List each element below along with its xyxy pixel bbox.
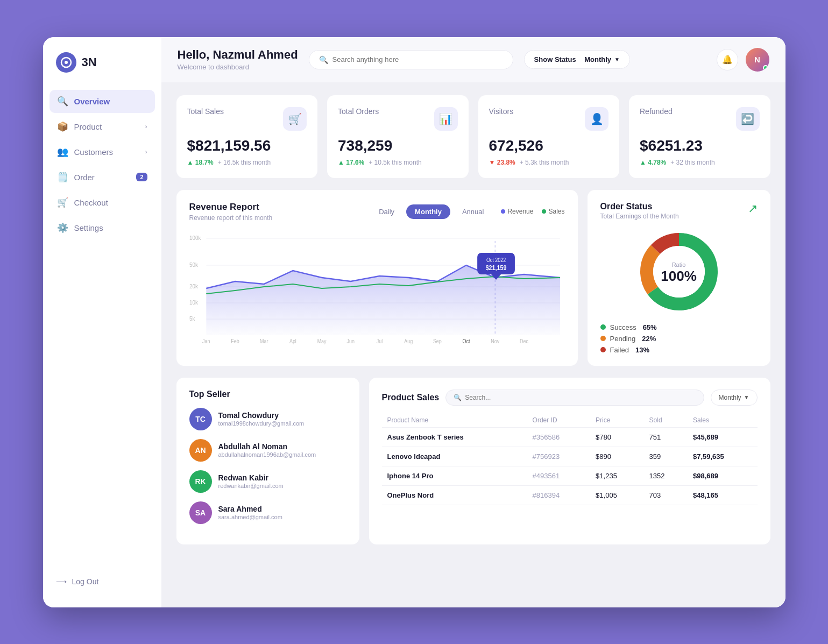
legend-dot <box>600 324 606 330</box>
show-status-dropdown[interactable]: Show Status Monthly ▼ <box>524 50 630 69</box>
seller-item: RK Redwan Kabir redwankabir@gmail.com <box>189 470 346 493</box>
top-seller-card: Top Seller TC Tomal Chowdury tomal1998ch… <box>176 378 359 544</box>
sidebar-item-settings[interactable]: ⚙️ Settings <box>49 216 155 239</box>
notification-button[interactable]: 🔔 <box>717 49 738 70</box>
legend-sales: Sales <box>548 208 564 215</box>
nav-item-label: Settings <box>74 223 103 232</box>
avatar[interactable]: N <box>746 48 769 72</box>
legend-item-pending: Pending 22% <box>600 335 758 343</box>
search-icon: 🔍 <box>319 55 328 64</box>
seller-email: sara.ahmed@gmail.com <box>218 514 282 520</box>
table-header: Sold <box>644 413 688 428</box>
table-body: Asus Zenbook T series #356586 $780 751 $… <box>382 427 758 505</box>
sidebar-item-overview[interactable]: 🔍 Overview <box>49 90 155 113</box>
donut-chart: Ratio 100% <box>600 229 758 317</box>
revenue-subtitle: Revenue report of this month <box>189 214 273 222</box>
legend-pct: 65% <box>643 323 657 331</box>
svg-text:Oct: Oct <box>462 338 470 344</box>
header-actions: 🔔 N <box>717 48 769 72</box>
seller-name: Abdullah Al Noman <box>218 442 316 451</box>
chart-tabs: Daily Monthly Annual <box>370 204 492 219</box>
table-header: Order ID <box>527 413 591 428</box>
customers-icon: 👥 <box>57 146 68 158</box>
nav-item-label: Checkout <box>74 198 108 207</box>
avatar-initials: N <box>754 55 760 64</box>
ps-monthly-label: Monthly <box>719 394 741 401</box>
svg-text:10k: 10k <box>189 299 199 306</box>
logo-icon <box>56 52 76 73</box>
seller-item: TC Tomal Chowdury tomal1998chowdury@gmai… <box>189 408 346 430</box>
table-row: Iphone 14 Pro #493561 $1,235 1352 $98,68… <box>382 466 758 485</box>
revenue-chart: 100k 50k 20k 10k 5k <box>189 230 565 349</box>
logout-button[interactable]: ⟶ Log Out <box>43 569 161 595</box>
stat-label: Total Sales <box>187 107 224 116</box>
sold: 703 <box>644 485 688 505</box>
overview-icon: 🔍 <box>57 96 68 107</box>
tab-annual[interactable]: Annual <box>454 204 492 219</box>
tab-monthly[interactable]: Monthly <box>406 204 450 219</box>
online-indicator <box>763 65 768 70</box>
seller-avatar: SA <box>189 501 212 524</box>
svg-text:Aug: Aug <box>404 338 413 344</box>
table-header-row: Product NameOrder IDPriceSoldSales <box>382 413 758 428</box>
seller-info: Redwan Kabir redwankabir@gmail.com <box>218 473 284 489</box>
svg-text:Jun: Jun <box>346 338 354 344</box>
ratio-value: 100% <box>661 267 697 284</box>
legend-label: Pending <box>610 335 636 343</box>
main-content: Hello, Nazmul Ahmed Welcome to dashboard… <box>161 37 785 607</box>
stats-grid: Total Sales 🛒 $821,159.56 ▲ 18.7% + 16.5… <box>176 95 770 178</box>
ps-monthly-dropdown[interactable]: Monthly ▼ <box>711 390 758 406</box>
nav-item-label: Customers <box>74 147 114 157</box>
price: $1,235 <box>590 466 643 485</box>
seller-name: Tomal Chowdury <box>218 411 305 420</box>
product-icon: 📦 <box>57 121 68 132</box>
bottom-row: Top Seller TC Tomal Chowdury tomal1998ch… <box>176 378 770 544</box>
legend-revenue: Revenue <box>507 208 533 215</box>
order-id: #756923 <box>527 447 591 466</box>
search-box[interactable]: 🔍 <box>309 50 513 69</box>
legend-pct: 22% <box>642 335 656 343</box>
sidebar-item-customers[interactable]: 👥 Customers › <box>49 140 155 164</box>
trend-icon: ↗ <box>748 202 758 216</box>
sidebar-item-product[interactable]: 📦 Product › <box>49 115 155 138</box>
stat-label: Refunded <box>640 107 673 116</box>
price: $1,005 <box>590 485 643 505</box>
stat-icon: 🛒 <box>283 107 307 131</box>
content-area: Total Sales 🛒 $821,159.56 ▲ 18.7% + 16.5… <box>161 82 785 607</box>
sidebar-navigation: 🔍 Overview 📦 Product › 👥 Customers › 🗒️ … <box>43 90 161 569</box>
stat-value: $821,159.56 <box>187 137 307 154</box>
price: $890 <box>590 447 643 466</box>
greeting-title: Hello, Nazmul Ahmed <box>178 48 298 62</box>
stat-value: $6251.23 <box>640 137 760 154</box>
logo: 3N <box>43 52 161 90</box>
stat-change-note: + 10.5k this month <box>369 159 421 166</box>
stat-label: Visitors <box>489 107 514 116</box>
legend-item-success: Success 65% <box>600 323 758 331</box>
order-id: #816394 <box>527 485 591 505</box>
product-search-box[interactable]: 🔍 <box>445 390 704 406</box>
stat-icon: 👤 <box>585 107 608 131</box>
ps-search-input[interactable] <box>465 394 696 401</box>
search-input[interactable] <box>332 55 503 63</box>
order-icon: 🗒️ <box>57 172 68 183</box>
charts-row: Revenue Report Revenue report of this mo… <box>176 190 770 366</box>
svg-text:Oct 2022: Oct 2022 <box>486 257 505 263</box>
svg-text:Sep: Sep <box>433 338 441 344</box>
sidebar-item-checkout[interactable]: 🛒 Checkout <box>49 191 155 214</box>
svg-text:$21,159: $21,159 <box>485 264 506 271</box>
order-status-title: Order Status <box>600 202 679 211</box>
stat-change-note: + 5.3k this month <box>520 159 569 166</box>
stat-value: 672,526 <box>489 137 609 154</box>
stat-change-pct: ▲ 4.78% <box>640 159 666 166</box>
nav-badge: 2 <box>136 173 147 181</box>
order-id: #356586 <box>527 427 591 447</box>
nav-item-label: Product <box>74 122 102 131</box>
sales: $48,165 <box>688 485 758 505</box>
sidebar-item-order[interactable]: 🗒️ Order 2 <box>49 166 155 189</box>
tab-daily[interactable]: Daily <box>370 204 403 219</box>
seller-name: Redwan Kabir <box>218 473 284 482</box>
svg-text:Jul: Jul <box>376 338 382 344</box>
seller-item: AN Abdullah Al Noman abdullahalnoman1996… <box>189 439 346 462</box>
table-row: Asus Zenbook T series #356586 $780 751 $… <box>382 427 758 447</box>
seller-info: Abdullah Al Noman abdullahalnoman1996ab@… <box>218 442 316 458</box>
